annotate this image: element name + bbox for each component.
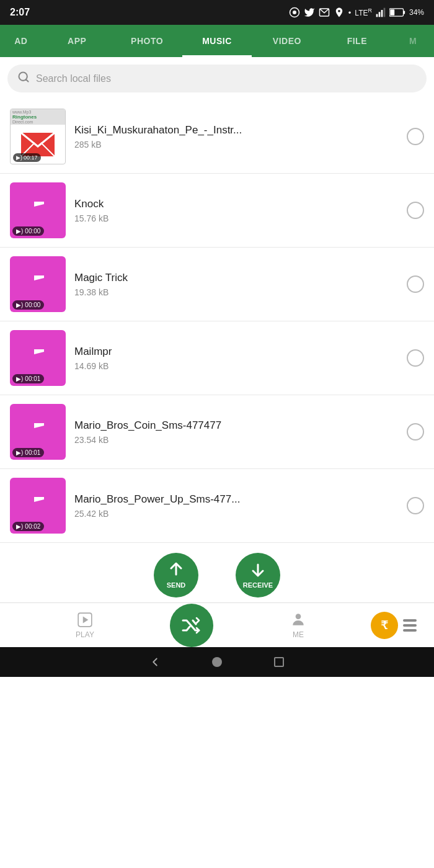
recents-button[interactable] [267, 650, 291, 674]
list-item[interactable]: ▶) 00:02 Mario_Bros_Power_Up_Sms-477... … [0, 469, 434, 543]
list-item[interactable]: ▶) 00:01 Mario_Bros_Coin_Sms-477477 23.5… [0, 395, 434, 469]
tab-app[interactable]: APP [42, 25, 112, 57]
tab-more[interactable]: M [392, 25, 434, 57]
file-info: Mario_Bros_Coin_Sms-477477 23.54 kB [74, 419, 398, 445]
action-buttons: SEND RECEIVE [0, 543, 434, 602]
file-name: Mailmpr [74, 346, 398, 358]
play-icon [77, 612, 93, 628]
list-item[interactable]: ▶) 00:00 Knock 15.76 kB [0, 174, 434, 248]
file-name: Mario_Bros_Power_Up_Sms-477... [74, 493, 398, 506]
search-placeholder: Search local files [36, 73, 111, 84]
svg-rect-5 [381, 10, 383, 17]
dot: • [348, 8, 352, 17]
tab-music[interactable]: MUSIC [182, 25, 252, 57]
file-name: Magic Trick [74, 272, 398, 284]
svg-rect-6 [384, 8, 386, 17]
me-label: ME [293, 630, 304, 639]
file-size: 23.54 kB [74, 435, 398, 445]
tab-photo[interactable]: PHOTO [112, 25, 182, 57]
coin-button[interactable]: ₹ [371, 612, 398, 639]
file-size: 19.38 kB [74, 287, 398, 297]
battery-icon [389, 7, 405, 17]
search-bar[interactable]: Search local files [7, 65, 427, 92]
list-item[interactable]: ▶) 00:00 Magic Trick 19.38 kB [0, 248, 434, 321]
file-name: Kisi_Ki_Muskurahaton_Pe_-_Instr... [74, 124, 398, 136]
file-thumbnail: ▶) 00:02 [10, 478, 66, 534]
file-size: 285 kB [74, 140, 398, 150]
duration-badge: ▶) 00:02 [12, 522, 44, 531]
time: 2:07 [10, 7, 30, 18]
tab-file[interactable]: FILE [322, 25, 392, 57]
file-info: Kisi_Ki_Muskurahaton_Pe_-_Instr... 285 k… [74, 124, 398, 150]
duration-badge: ▶) 00:00 [12, 300, 44, 310]
svg-point-13 [296, 614, 301, 619]
send-button[interactable]: SEND [154, 553, 198, 597]
tab-ad[interactable]: AD [0, 25, 42, 57]
duration-badge: ▶) 00:01 [12, 374, 44, 383]
select-radio[interactable] [407, 202, 424, 219]
file-info: Knock 15.76 kB [74, 198, 398, 223]
duration-badge: ▶) 00:01 [12, 448, 44, 457]
back-button[interactable] [143, 650, 167, 674]
file-thumbnail: www.Mp3 Ringtones Direct.com ▶) 00:17 [10, 109, 66, 164]
user-icon [290, 612, 306, 628]
list-item[interactable]: www.Mp3 Ringtones Direct.com ▶) 00:17 [0, 100, 434, 174]
receive-button[interactable]: RECEIVE [236, 553, 280, 597]
file-name: Knock [74, 198, 398, 210]
list-item[interactable]: ▶) 00:01 Mailmpr 14.69 kB [0, 321, 434, 395]
file-thumbnail: ▶) 00:01 [10, 404, 66, 460]
chrome-icon [289, 7, 300, 18]
file-size: 14.69 kB [74, 361, 398, 371]
play-label: PLAY [76, 630, 94, 639]
file-info: Mailmpr 14.69 kB [74, 346, 398, 371]
search-icon [17, 71, 30, 86]
file-thumbnail: ▶) 00:01 [10, 330, 66, 386]
file-info: Mario_Bros_Power_Up_Sms-477... 25.42 kB [74, 493, 398, 519]
svg-rect-8 [404, 11, 405, 14]
select-radio[interactable] [407, 275, 424, 293]
svg-rect-3 [376, 14, 378, 17]
ringtones-logo-icon [21, 133, 55, 156]
shuffle-button[interactable] [170, 604, 213, 647]
svg-point-1 [293, 11, 296, 14]
mail-icon [319, 7, 330, 18]
status-bar: 2:07 • LTER 34% [0, 0, 434, 25]
battery-pct: 34% [409, 8, 424, 17]
bottom-nav: PLAY ME ₹ [0, 602, 434, 647]
home-button[interactable] [205, 650, 229, 674]
nav-me[interactable]: ME [226, 612, 371, 639]
status-icons: • LTER 34% [289, 7, 424, 18]
duration-badge: ▶) 00:00 [12, 226, 44, 236]
tab-video[interactable]: VIDEO [252, 25, 322, 57]
select-radio[interactable] [407, 128, 424, 145]
file-name: Mario_Bros_Coin_Sms-477477 [74, 419, 398, 432]
shuffle-icon [180, 614, 203, 637]
svg-marker-12 [83, 616, 89, 623]
select-radio[interactable] [407, 497, 424, 514]
svg-rect-4 [379, 12, 381, 17]
signal-icon [376, 7, 386, 17]
file-size: 25.42 kB [74, 509, 398, 519]
select-radio[interactable] [407, 349, 424, 367]
file-list: www.Mp3 Ringtones Direct.com ▶) 00:17 [0, 100, 434, 543]
file-info: Magic Trick 19.38 kB [74, 272, 398, 297]
file-thumbnail: ▶) 00:00 [10, 182, 66, 238]
nav-play[interactable]: PLAY [12, 612, 157, 639]
file-size: 15.76 kB [74, 213, 398, 223]
select-radio[interactable] [407, 423, 424, 441]
menu-bars[interactable] [403, 619, 417, 632]
twitter-icon [304, 7, 315, 18]
signal-text: LTER [355, 7, 372, 17]
svg-rect-9 [390, 9, 394, 16]
location-icon [334, 7, 345, 18]
file-thumbnail: ▶) 00:00 [10, 256, 66, 312]
nav-tabs: AD APP PHOTO MUSIC VIDEO FILE M [0, 25, 434, 57]
system-nav [0, 647, 434, 677]
